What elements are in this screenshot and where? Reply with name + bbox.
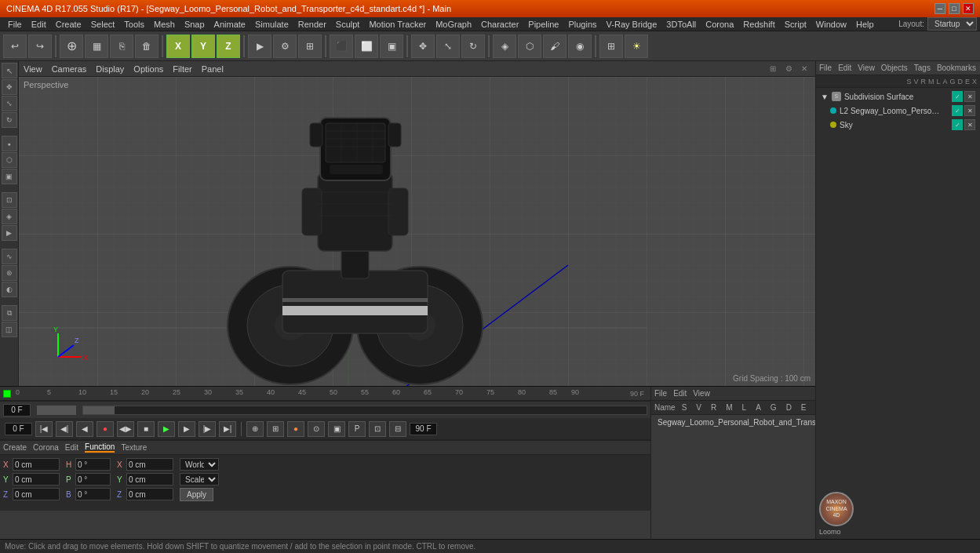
paint-tool-button[interactable]: ◐ xyxy=(2,282,17,297)
point-mode-button[interactable]: ● xyxy=(2,136,17,151)
layout-select[interactable]: Startup xyxy=(927,17,977,31)
next-frame-button[interactable]: ▶ xyxy=(178,421,195,437)
layer-button[interactable]: ⧉ xyxy=(2,305,17,321)
vp-layout-icon[interactable]: ⊞ xyxy=(767,63,779,75)
scale-x-input[interactable] xyxy=(126,458,173,471)
model-mode-button[interactable]: ◈ xyxy=(2,209,17,224)
right-tab-objects[interactable]: Objects xyxy=(881,64,908,72)
size-x-input[interactable] xyxy=(75,458,111,471)
go-to-end-button[interactable]: ▶| xyxy=(219,421,236,437)
select-tool-button[interactable]: ↖ xyxy=(2,63,17,78)
undo-button[interactable]: ↩ xyxy=(3,35,27,58)
viewport[interactable]: View Cameras Display Options Filter Pane… xyxy=(19,61,815,386)
object-mode-button[interactable]: ⊡ xyxy=(2,192,17,208)
menu-tools[interactable]: Tools xyxy=(119,17,149,31)
render-queue-button[interactable]: ⊞ xyxy=(298,35,322,58)
sky-check-1[interactable]: ✓ xyxy=(952,119,963,130)
vp-menu-display[interactable]: Display xyxy=(96,64,124,74)
tl-icon-3[interactable]: ● xyxy=(287,421,304,437)
close-button[interactable]: ✕ xyxy=(963,3,974,14)
move-tool-button[interactable]: ✥ xyxy=(2,79,17,95)
record-button[interactable]: ● xyxy=(97,421,114,437)
frame-scroll-thumb[interactable] xyxy=(37,406,76,415)
menu-mesh[interactable]: Mesh xyxy=(149,17,180,31)
stop-button[interactable]: ■ xyxy=(137,421,155,437)
prev-keyframe-button[interactable]: ◀| xyxy=(56,421,73,437)
tl-icon-1[interactable]: ⊕ xyxy=(246,421,264,437)
light-button[interactable]: ☀ xyxy=(625,35,648,58)
play-back-button[interactable]: ◀▶ xyxy=(117,421,134,437)
right-panel-expand[interactable]: ⊞ xyxy=(976,62,980,75)
menu-file[interactable]: File xyxy=(3,17,27,31)
next-keyframe-button[interactable]: |▶ xyxy=(199,421,216,437)
clone-button[interactable]: ⎘ xyxy=(110,35,133,58)
pos-y-input[interactable] xyxy=(13,473,60,486)
rotate-tool-button[interactable]: ↻ xyxy=(2,112,17,128)
axis-z-button[interactable]: Z xyxy=(217,35,240,58)
menu-corona[interactable]: Corona xyxy=(701,17,738,31)
view3-button[interactable]: ▣ xyxy=(380,35,403,58)
edge-mode-button[interactable]: ⬡ xyxy=(2,152,17,168)
tree-item-subdivision[interactable]: ▼ S Subdivision Surface ✓ ✕ xyxy=(818,89,978,104)
robot-check-1[interactable]: ✓ xyxy=(952,105,963,116)
tl-icon-5[interactable]: ▣ xyxy=(328,421,345,437)
viewport-canvas[interactable]: Perspective xyxy=(19,77,815,386)
render-view-button[interactable]: ▶ xyxy=(248,35,271,58)
menu-character[interactable]: Character xyxy=(476,17,523,31)
menu-mograph[interactable]: MoGraph xyxy=(431,17,476,31)
menu-snap[interactable]: Snap xyxy=(180,17,209,31)
texture-button[interactable]: ⬡ xyxy=(518,35,541,58)
menu-edit[interactable]: Edit xyxy=(27,17,51,31)
vp-close-icon[interactable]: ✕ xyxy=(798,63,811,75)
obj-tab-edit[interactable]: Edit xyxy=(673,389,687,398)
right-tab-file[interactable]: File xyxy=(819,64,832,72)
subdiv-check-1[interactable]: ✓ xyxy=(952,91,963,102)
vp-settings-icon[interactable]: ⚙ xyxy=(782,63,795,75)
sculpt-tool-button[interactable]: ◉ xyxy=(568,35,592,58)
scale-button[interactable]: ⤡ xyxy=(436,35,460,58)
go-to-start-button[interactable]: |◀ xyxy=(35,421,53,437)
tl-icon-7[interactable]: ⊡ xyxy=(369,421,386,437)
menu-animate[interactable]: Animate xyxy=(209,17,250,31)
prop-tab-function[interactable]: Function xyxy=(85,442,115,453)
menu-plugins[interactable]: Plugins xyxy=(563,17,601,31)
pos-x-input[interactable] xyxy=(13,458,60,471)
menu-window[interactable]: Window xyxy=(811,17,851,31)
move-button[interactable]: ✥ xyxy=(411,35,435,58)
size-z-input[interactable] xyxy=(75,488,111,500)
menu-vray[interactable]: V-Ray Bridge xyxy=(602,17,662,31)
poly-mode-button[interactable]: ▣ xyxy=(2,169,17,184)
menu-redshift[interactable]: Redshift xyxy=(738,17,779,31)
menu-motion-tracker[interactable]: Motion Tracker xyxy=(364,17,431,31)
sky-check-2[interactable]: ✕ xyxy=(964,119,975,130)
play-forward-button[interactable]: ▶ xyxy=(158,421,175,437)
prop-tab-texture[interactable]: Texture xyxy=(121,443,147,452)
obj-tab-view[interactable]: View xyxy=(693,389,710,398)
menu-sculpt[interactable]: Sculpt xyxy=(331,17,365,31)
vp-menu-view[interactable]: View xyxy=(24,64,42,74)
snap-button[interactable]: ⊞ xyxy=(599,35,623,58)
timeline-scroll-thumb[interactable] xyxy=(83,406,115,414)
menu-pipeline[interactable]: Pipeline xyxy=(523,17,563,31)
material-list-button[interactable]: ◫ xyxy=(2,322,17,337)
right-tab-edit[interactable]: Edit xyxy=(838,64,851,72)
animate-mode-button[interactable]: ▶ xyxy=(2,225,17,241)
obj-tab-file[interactable]: File xyxy=(654,389,667,398)
timeline-scrollbar-track[interactable] xyxy=(82,406,647,415)
prev-frame-button[interactable]: ◀ xyxy=(76,421,93,437)
render-settings-button[interactable]: ⚙ xyxy=(273,35,297,58)
material-button[interactable]: ◈ xyxy=(493,35,516,58)
redo-button[interactable]: ↪ xyxy=(28,35,52,58)
view2-button[interactable]: ⬜ xyxy=(355,35,378,58)
prop-tab-corona[interactable]: Corona xyxy=(33,443,59,452)
menu-create[interactable]: Create xyxy=(51,17,86,31)
right-tab-tags[interactable]: Tags xyxy=(914,64,931,72)
menu-help[interactable]: Help xyxy=(851,17,879,31)
tl-icon-8[interactable]: ⊟ xyxy=(389,421,406,437)
spline-button[interactable]: ∿ xyxy=(2,249,17,264)
axis-x-button[interactable]: X xyxy=(166,35,190,58)
delete-button[interactable]: 🗑 xyxy=(135,35,158,58)
view1-button[interactable]: ⬛ xyxy=(330,35,353,58)
menu-simulate[interactable]: Simulate xyxy=(250,17,293,31)
scale-mode-select[interactable]: Scale xyxy=(180,473,219,486)
